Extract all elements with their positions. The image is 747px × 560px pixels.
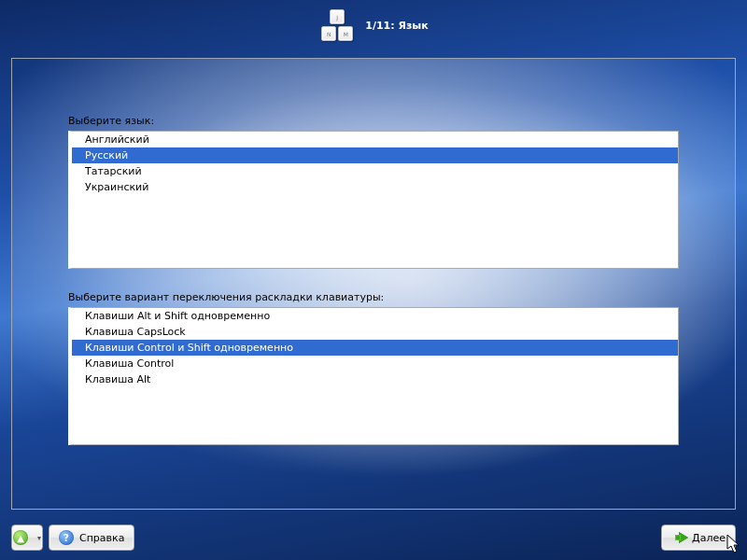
help-icon: ? [59,530,74,545]
layout-item[interactable]: Клавиши Alt и Shift одновременно [72,308,678,324]
key-m: M [338,26,353,41]
language-listbox[interactable]: АнглийскийРусскийТатарскийУкраинский [68,131,679,269]
layout-listbox[interactable]: Клавиши Alt и Shift одновременноКлавиша … [68,307,679,445]
language-label: Выберите язык: [68,115,679,127]
main-panel: Выберите язык: АнглийскийРусскийТатарски… [11,58,736,510]
language-group: Выберите язык: АнглийскийРусскийТатарски… [68,115,679,269]
language-item[interactable]: Украинский [72,179,678,195]
step-title: 1/11: Язык [365,20,428,32]
mouse-cursor [726,534,741,554]
language-item[interactable]: Русский [72,147,678,163]
arrow-right-icon [679,532,688,543]
key-j: J [330,9,345,24]
help-button-label: Справка [79,532,124,544]
language-item[interactable]: Английский [72,132,678,147]
language-item[interactable]: Татарский [72,163,678,179]
keyboard-icon: J N M [318,9,356,43]
next-button-label: Далее [692,532,726,544]
layout-item[interactable]: Клавиши Control и Shift одновременно [72,340,678,356]
layout-item[interactable]: Клавиша CapsLock [72,324,678,340]
footer: ▲ ▾ ? Справка Далее [11,525,736,551]
key-n: N [321,26,336,41]
chevron-down-icon: ▾ [37,534,41,542]
layout-item[interactable]: Клавиша Control [72,356,678,371]
extras-menu-button[interactable]: ▲ ▾ [11,525,43,551]
layout-label: Выберите вариант переключения раскладки … [68,291,679,303]
layout-item[interactable]: Клавиша Alt [72,371,678,387]
layout-group: Выберите вариант переключения раскладки … [68,291,679,445]
up-arrow-icon: ▲ [13,530,28,545]
next-button[interactable]: Далее [661,525,736,551]
help-button[interactable]: ? Справка [49,525,134,551]
